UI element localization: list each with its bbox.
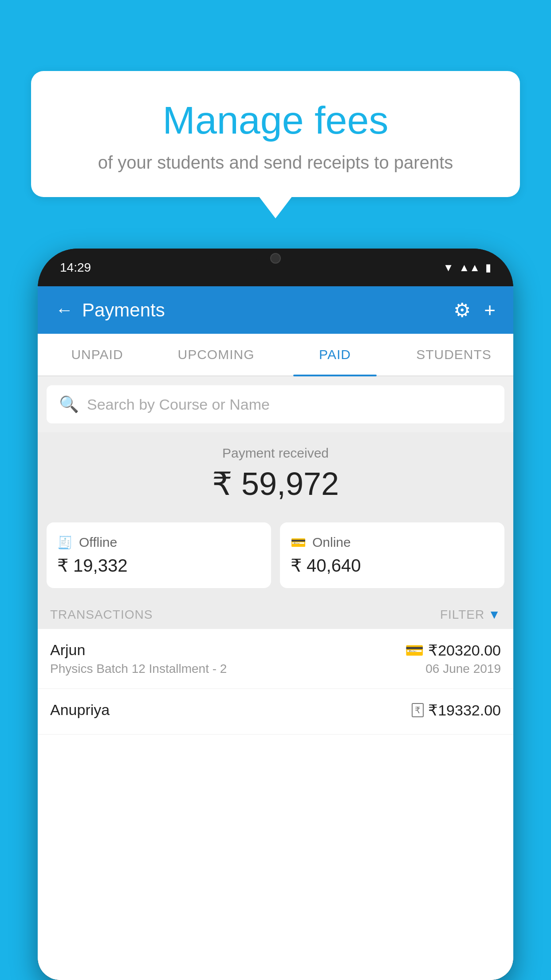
card-payment-icon: 💳: [405, 641, 424, 659]
transaction-row[interactable]: Arjun 💳 ₹20320.00 Physics Batch 12 Insta…: [38, 629, 513, 689]
online-label: Online: [312, 535, 351, 550]
filter-button[interactable]: FILTER ▼: [440, 608, 501, 622]
add-icon[interactable]: +: [484, 299, 496, 321]
tab-students[interactable]: STUDENTS: [394, 334, 513, 375]
offline-icon: 🧾: [57, 535, 73, 550]
phone-notch: [256, 249, 295, 266]
transaction-name: Arjun: [50, 641, 402, 659]
status-icons: ▼ ▲▲ ▮: [443, 261, 491, 274]
transactions-list: Arjun 💳 ₹20320.00 Physics Batch 12 Insta…: [38, 629, 513, 980]
transaction-amount-value: ₹20320.00: [428, 641, 501, 659]
speech-bubble-title: Manage fees: [53, 98, 498, 143]
payment-cards: 🧾 Offline ₹ 19,332 💳 Online ₹ 40,640: [38, 514, 513, 597]
transactions-header: TRANSACTIONS FILTER ▼: [38, 597, 513, 629]
transaction-amount: ₹ ₹19332.00: [412, 701, 501, 719]
phone-screen: ← Payments ⚙ + UNPAID UPCOMING PAID STUD…: [38, 286, 513, 980]
transaction-row[interactable]: Anupriya ₹ ₹19332.00: [38, 689, 513, 735]
battery-icon: ▮: [485, 261, 491, 274]
status-time: 14:29: [60, 261, 91, 275]
back-button[interactable]: ←: [55, 300, 73, 320]
tab-unpaid[interactable]: UNPAID: [38, 334, 157, 375]
search-bar[interactable]: 🔍 Search by Course or Name: [47, 385, 504, 423]
signal-icon: ▲▲: [459, 261, 480, 274]
tab-upcoming[interactable]: UPCOMING: [157, 334, 276, 375]
search-icon: 🔍: [59, 395, 79, 414]
online-amount: ₹ 40,640: [291, 555, 494, 576]
header-left: ← Payments: [55, 300, 165, 321]
online-icon: 💳: [291, 535, 306, 550]
transaction-detail: Physics Batch 12 Installment - 2: [50, 662, 402, 676]
app-header: ← Payments ⚙ +: [38, 286, 513, 334]
header-right: ⚙ +: [453, 299, 496, 321]
phone-mockup: 14:29 ▼ ▲▲ ▮ ← Payments ⚙ +: [38, 249, 513, 980]
phone-frame: 14:29 ▼ ▲▲ ▮ ← Payments ⚙ +: [38, 249, 513, 980]
online-payment-card: 💳 Online ₹ 40,640: [280, 522, 504, 588]
phone-camera: [270, 253, 281, 264]
payment-received-label: Payment received: [47, 446, 504, 461]
transactions-label: TRANSACTIONS: [50, 608, 153, 622]
speech-bubble-subtitle: of your students and send receipts to pa…: [53, 153, 498, 173]
wifi-icon: ▼: [443, 261, 454, 274]
transaction-name: Anupriya: [50, 701, 409, 719]
offline-label: Offline: [79, 535, 117, 550]
filter-icon: ▼: [488, 608, 501, 622]
online-card-header: 💳 Online: [291, 535, 494, 550]
transaction-amount: 💳 ₹20320.00: [405, 641, 501, 659]
offline-card-header: 🧾 Offline: [57, 535, 260, 550]
search-input[interactable]: Search by Course or Name: [87, 396, 492, 413]
filter-text: FILTER: [440, 608, 484, 622]
offline-payment-card: 🧾 Offline ₹ 19,332: [47, 522, 271, 588]
status-bar: 14:29 ▼ ▲▲ ▮: [38, 249, 513, 286]
offline-amount: ₹ 19,332: [57, 555, 260, 576]
cash-payment-icon: ₹: [412, 703, 424, 717]
tab-paid[interactable]: PAID: [276, 334, 394, 375]
settings-icon[interactable]: ⚙: [453, 299, 471, 321]
payment-total-amount: ₹ 59,972: [47, 465, 504, 502]
speech-bubble: Manage fees of your students and send re…: [31, 71, 520, 197]
transaction-amount-value: ₹19332.00: [428, 701, 501, 719]
page-title: Payments: [82, 300, 165, 321]
tabs-bar: UNPAID UPCOMING PAID STUDENTS: [38, 334, 513, 376]
transaction-date: 06 June 2019: [405, 662, 501, 676]
payment-summary: Payment received ₹ 59,972: [38, 432, 513, 514]
